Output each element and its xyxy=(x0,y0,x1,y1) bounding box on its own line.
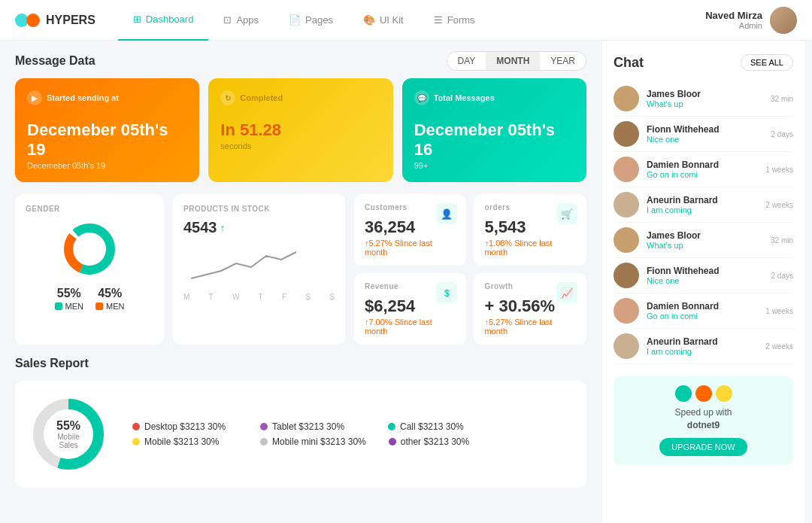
orders-card: orders 🛒 5,543 ↑1.08% Slince last month xyxy=(474,194,586,266)
stock-number: 4543 ↑ xyxy=(183,219,335,236)
user-name: Naved Mirza xyxy=(705,10,762,21)
nav-forms[interactable]: ☰ Forms xyxy=(419,0,490,41)
chat-time: 32 min xyxy=(771,236,793,245)
chat-avatar xyxy=(614,192,639,217)
legend-desktop: Desktop $3213 30% xyxy=(132,421,238,432)
card-total-value: Decemeber 05th's 16 xyxy=(414,120,574,160)
nav-apps[interactable]: ⊡ Apps xyxy=(208,0,274,41)
chat-item[interactable]: James Bloor What's up 32 min xyxy=(614,223,793,258)
sales-pct: 55% xyxy=(48,419,89,433)
chat-name: Damien Bonnard xyxy=(647,160,758,170)
chat-item[interactable]: Damien Bonnard Go on in comi 1 weeks xyxy=(614,293,793,329)
chat-info: Damien Bonnard Go on in comi xyxy=(647,160,758,179)
chat-message: Go on in comi xyxy=(647,312,758,321)
growth-icon: 📈 xyxy=(556,282,577,303)
figure-3 xyxy=(716,385,732,402)
chat-info: Fionn Withehead Nice one xyxy=(647,266,764,285)
legend-men: 55% MEN xyxy=(55,287,83,311)
pages-icon: 📄 xyxy=(289,14,301,26)
card-started-value: Decemeber 05th's 19 xyxy=(27,120,187,160)
sales-content: 55% Mobile Sales Desktop $3213 30% Table… xyxy=(27,393,574,476)
chat-avatar xyxy=(614,298,639,324)
other-dot xyxy=(389,438,396,445)
chat-info: James Bloor What's up xyxy=(647,89,763,108)
chat-item[interactable]: Aneurin Barnard I am coming 2 weeks xyxy=(614,329,793,364)
chat-time: 1 weeks xyxy=(765,307,793,315)
card-completed: ↻ Completed In 51.28 seconds xyxy=(208,78,392,182)
message-icon: 💬 xyxy=(414,90,429,105)
card-started-sending: ▶ Started sending at Decemeber 05th's 19… xyxy=(15,78,199,182)
filter-group: DAY MONTH YEAR xyxy=(447,51,586,71)
customers-icon: 👤 xyxy=(436,203,457,224)
chat-time: 32 min xyxy=(771,95,793,103)
chat-info: James Bloor What's up xyxy=(647,230,763,250)
men-dot xyxy=(55,303,62,310)
chat-sidebar: Chat SEE ALL James Bloor What's up 32 mi… xyxy=(601,41,804,523)
chat-time: 2 days xyxy=(771,272,793,280)
chat-message: I am coming xyxy=(647,347,758,356)
main-layout: DAY MONTH YEAR Message Data ▶ Started se… xyxy=(0,41,812,523)
sales-donut-center: 55% Mobile Sales xyxy=(48,419,89,449)
chat-item[interactable]: Fionn Withehead Nice one 2 days xyxy=(614,117,793,152)
mobile-dot xyxy=(132,438,140,445)
chat-info: Aneurin Barnard I am coming xyxy=(647,336,758,356)
main-nav: ⊞ Dashboard ⊡ Apps 📄 Pages 🎨 UI Kit ☰ Fo… xyxy=(118,0,705,41)
chat-avatar xyxy=(614,263,639,288)
message-data-header: DAY MONTH YEAR Message Data xyxy=(15,54,586,78)
revenue-icon: $ xyxy=(436,282,457,303)
user-info: Naved Mirza Admin xyxy=(705,10,762,30)
chat-item[interactable]: Aneurin Barnard I am coming 2 weeks xyxy=(614,187,793,223)
nav-dashboard[interactable]: ⊞ Dashboard xyxy=(118,0,209,41)
call-dot xyxy=(388,423,395,430)
chat-item[interactable]: James Bloor What's up 32 min xyxy=(614,81,793,117)
stock-label: PRODUCTS IN STOCK xyxy=(183,205,335,213)
chat-time: 2 weeks xyxy=(765,342,793,351)
see-all-button[interactable]: SEE ALL xyxy=(741,54,793,71)
filter-day[interactable]: DAY xyxy=(447,52,486,70)
avatar[interactable] xyxy=(770,7,797,34)
main-content: DAY MONTH YEAR Message Data ▶ Started se… xyxy=(0,41,601,523)
chat-message: Nice one xyxy=(647,135,764,144)
logo-text: HYPERS xyxy=(46,14,95,27)
card-total-sub: 99+ xyxy=(414,161,574,170)
avatar-image xyxy=(770,7,797,34)
banner-figures xyxy=(623,385,784,402)
filter-month[interactable]: MONTH xyxy=(486,52,540,70)
stock-days: M T W T F S S xyxy=(183,293,335,301)
sales-sub: Mobile Sales xyxy=(48,433,89,449)
donut-chart xyxy=(59,219,120,279)
logo-circle-orange xyxy=(26,14,40,27)
chat-item[interactable]: Damien Bonnard Go on in comi 1 weeks xyxy=(614,152,793,187)
chat-name: James Bloor xyxy=(647,230,763,241)
chat-time: 1 weeks xyxy=(765,166,793,174)
revenue-change: ↑7.00% Slince last month xyxy=(365,318,456,336)
card-started-label: ▶ Started sending at xyxy=(27,90,187,105)
legend-call: Call $3213 30% xyxy=(388,421,493,432)
user-area: Naved Mirza Admin xyxy=(705,7,797,34)
growth-card: Growth 📈 + 30.56% ↑5.27% Slince last mon… xyxy=(474,273,586,345)
nav-pages[interactable]: 📄 Pages xyxy=(274,0,348,41)
card-completed-label: ↻ Completed xyxy=(220,90,380,105)
customers-change: ↑5.27% Slince last month xyxy=(365,239,456,257)
chat-message: Nice one xyxy=(647,276,764,285)
chat-name: Fionn Withehead xyxy=(647,124,764,135)
widgets-row: GENDER 55% MEN xyxy=(15,194,586,345)
logo-icon xyxy=(15,14,40,27)
filter-year[interactable]: YEAR xyxy=(540,52,586,70)
chat-avatar xyxy=(614,157,639,182)
legend-other: other $3213 30% xyxy=(389,436,494,447)
chat-title: Chat xyxy=(614,55,644,71)
chat-avatar xyxy=(614,333,639,359)
gender-widget: GENDER 55% MEN xyxy=(15,194,164,345)
chat-info: Aneurin Barnard I am coming xyxy=(647,195,758,214)
gender-label: GENDER xyxy=(26,205,153,213)
chat-item[interactable]: Fionn Withehead Nice one 2 days xyxy=(614,258,793,293)
chat-message: What's up xyxy=(647,241,763,250)
upgrade-button[interactable]: UPGRADE NOW xyxy=(659,438,747,456)
mobile-mini-dot xyxy=(260,438,268,445)
nav-uikit[interactable]: 🎨 UI Kit xyxy=(348,0,419,41)
logo: HYPERS xyxy=(15,14,95,27)
chat-message: What's up xyxy=(647,99,763,108)
upgrade-banner: Speed up with dotnet9 UPGRADE NOW xyxy=(614,376,793,465)
card-completed-sub: seconds xyxy=(220,141,380,151)
